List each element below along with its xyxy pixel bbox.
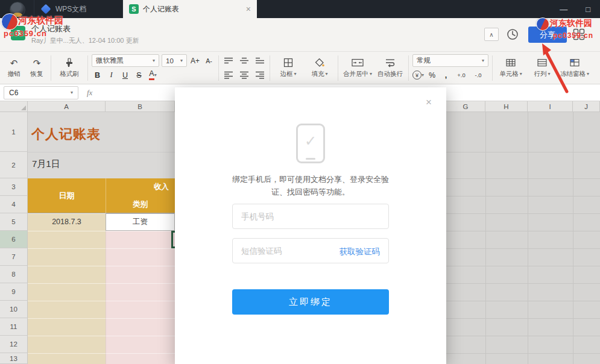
minimize-button[interactable]: — xyxy=(560,5,567,14)
toolbar-separator xyxy=(338,55,338,81)
freeze-panes-button[interactable]: 冻结窗格▾ xyxy=(558,54,592,83)
gridline xyxy=(485,112,486,364)
align-bottom-button[interactable] xyxy=(254,55,266,66)
number-format-select[interactable]: 常规 ▾ xyxy=(412,54,488,67)
cells-button[interactable]: 单元格▾ xyxy=(495,54,526,83)
apps-grid-icon[interactable] xyxy=(572,27,586,44)
merge-cells-icon xyxy=(352,58,364,68)
format-painter-icon xyxy=(65,58,74,68)
maximize-button[interactable]: □ xyxy=(586,5,590,14)
toolbar-separator xyxy=(218,55,219,81)
cell-header-category[interactable]: 类别 xyxy=(106,196,175,213)
borders-button[interactable]: 边框▾ xyxy=(273,54,304,83)
row-header-2[interactable]: 2 xyxy=(0,152,28,178)
phone-number-input[interactable] xyxy=(233,204,388,228)
column-header-b[interactable]: B xyxy=(106,101,175,112)
tab-wps-docs[interactable]: WPS文档 xyxy=(34,0,123,18)
toolbar-separator xyxy=(51,55,51,81)
align-top-button[interactable] xyxy=(223,55,235,66)
font-family-select[interactable]: 微软雅黑 ▾ xyxy=(92,54,159,67)
bind-now-button[interactable]: 立即绑定 xyxy=(232,289,389,315)
increase-decimal-button[interactable]: +.0 xyxy=(454,69,469,81)
spreadsheet-file-icon: S xyxy=(11,26,25,40)
cell-header-date[interactable]: 日期 xyxy=(28,178,106,213)
column-a-cells[interactable] xyxy=(28,213,106,364)
row-header-12[interactable]: 12 xyxy=(0,336,28,353)
undo-button[interactable]: ↶ 撤销 xyxy=(2,54,25,83)
wrap-text-label: 自动换行 xyxy=(377,70,403,78)
font-color-letter: A xyxy=(149,70,154,80)
row-header-4[interactable]: 4 xyxy=(0,196,28,213)
freeze-panes-label: 冻结窗格 xyxy=(560,70,586,78)
decrease-font-button[interactable]: A- xyxy=(203,55,215,67)
get-code-link[interactable]: 获取验证码 xyxy=(339,246,381,257)
column-header-h[interactable]: H xyxy=(485,101,528,112)
column-header-g[interactable]: G xyxy=(446,101,485,112)
bold-button[interactable]: B xyxy=(92,69,103,81)
user-avatar[interactable] xyxy=(10,2,25,17)
decrease-decimal-button[interactable]: -.0 xyxy=(471,69,485,81)
comma-button[interactable]: , xyxy=(440,69,452,81)
cell-a5[interactable]: 2018.7.3 xyxy=(28,213,106,231)
row-header-7[interactable]: 7 xyxy=(0,248,28,266)
column-header-a[interactable]: A xyxy=(28,101,106,112)
italic-button[interactable]: I xyxy=(106,69,117,81)
cell-a1-title[interactable]: 个人记账表 xyxy=(31,125,101,143)
chevron-down-icon: ▾ xyxy=(548,72,551,77)
row-header-13[interactable]: 13 xyxy=(0,353,28,364)
align-right-button[interactable] xyxy=(254,70,266,81)
wrap-text-button[interactable]: 自动换行 xyxy=(374,54,406,83)
row-header-9[interactable]: 9 xyxy=(0,283,28,301)
merge-center-button[interactable]: 合并居中▾ xyxy=(341,54,374,83)
fill-label: 填充 xyxy=(311,70,324,78)
window-controls: — □ xyxy=(560,0,600,18)
select-all-corner[interactable] xyxy=(0,101,28,112)
wrap-text-icon xyxy=(385,58,396,68)
row-header-11[interactable]: 11 xyxy=(0,318,28,336)
format-painter-button[interactable]: 格式刷 xyxy=(54,54,85,83)
alignment-group xyxy=(223,54,266,81)
row-header-6[interactable]: 6 xyxy=(0,231,28,248)
tab-close-icon[interactable]: × xyxy=(246,5,251,13)
chevron-down-icon: ▾ xyxy=(180,58,183,63)
fill-color-button[interactable]: 填充▾ xyxy=(304,54,335,83)
history-icon[interactable] xyxy=(505,27,520,44)
column-header-j[interactable]: J xyxy=(573,101,600,112)
wps-sheet-icon: S xyxy=(129,4,139,14)
gridlines xyxy=(106,213,175,364)
cell-header-income[interactable]: 收入 xyxy=(106,178,169,196)
redo-button[interactable]: ↷ 恢复 xyxy=(25,54,48,83)
row-header-8[interactable]: 8 xyxy=(0,266,28,283)
row-header-10[interactable]: 10 xyxy=(0,301,28,318)
right-cells-area[interactable] xyxy=(446,112,600,364)
rows-cols-button[interactable]: 行列▾ xyxy=(526,54,558,83)
currency-button[interactable]: ¥ ▾ xyxy=(412,69,424,81)
underline-button[interactable]: U xyxy=(119,69,131,81)
column-b-cells[interactable] xyxy=(106,213,175,364)
fx-icon[interactable]: fx xyxy=(87,88,92,98)
row-header-5[interactable]: 5 xyxy=(0,213,28,231)
percent-button[interactable]: % xyxy=(426,69,438,81)
row-header-1[interactable]: 1 xyxy=(0,112,28,152)
title-area-cells[interactable]: 个人记账表 7月1日 xyxy=(28,112,175,178)
increase-font-button[interactable]: A+ xyxy=(189,55,201,67)
align-center-button[interactable] xyxy=(238,70,250,81)
align-left-button[interactable] xyxy=(223,70,235,81)
cell-a2-subtitle[interactable]: 7月1日 xyxy=(32,158,60,170)
column-header-i[interactable]: I xyxy=(528,101,573,112)
cell-b5[interactable]: 工资 xyxy=(106,213,175,231)
align-middle-button[interactable] xyxy=(238,55,250,66)
font-color-button[interactable]: A ▾ xyxy=(147,69,159,81)
collapse-ribbon-button[interactable]: ∧ xyxy=(484,28,499,41)
undo-icon: ↶ xyxy=(10,58,18,68)
chevron-down-icon: ▾ xyxy=(587,72,589,77)
strikethrough-button[interactable]: S xyxy=(133,69,145,81)
dialog-close-icon[interactable]: × xyxy=(426,97,432,107)
row-header-3[interactable]: 3 xyxy=(0,178,28,196)
dialog-description: 绑定手机后，即可使用文档分享、登录安全验 证、找回密码等功能。 xyxy=(175,173,446,198)
tab-current-sheet[interactable]: S 个人记账表 × xyxy=(123,0,257,18)
font-size-select[interactable]: 10 ▾ xyxy=(162,54,187,67)
file-info-bar: S 个人记账表 Ray丿皇中...无人、12-04 10:00 更新 ∧ 分享 xyxy=(0,18,600,51)
cell-name-box[interactable]: C6 ▾ xyxy=(4,86,78,99)
share-button[interactable]: 分享 xyxy=(528,27,567,43)
